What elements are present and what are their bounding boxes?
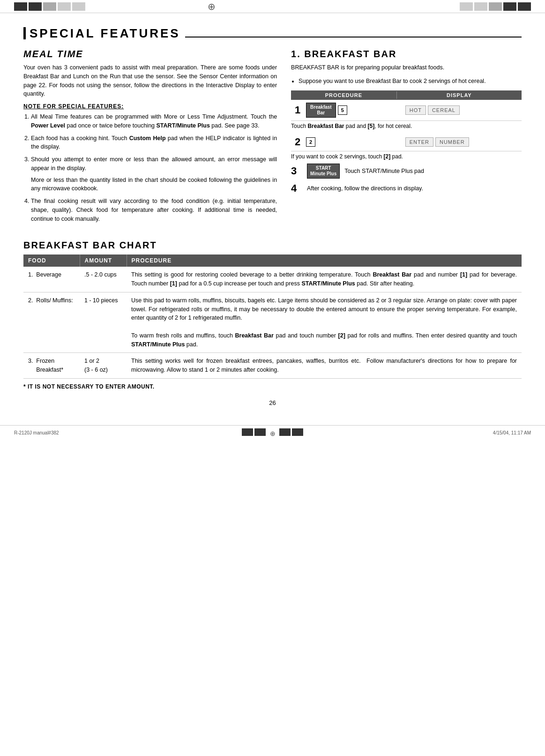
breakfast-bar-section: 1. BREAKFAST BAR BREAKFAST BAR is for pr… bbox=[291, 49, 522, 227]
bar-block bbox=[474, 2, 487, 11]
procedure-cell: This setting works well for frozen break… bbox=[127, 353, 522, 379]
step-4-row: 4 After cooking, follow the directions i… bbox=[291, 182, 522, 195]
list-item: Each food has a cooking hint. Touch Cust… bbox=[31, 134, 277, 152]
page-content: SPECIAL FEATURES MEAL TIME Your oven has… bbox=[0, 13, 545, 425]
bar-block bbox=[43, 2, 56, 11]
header-line bbox=[185, 37, 522, 37]
number-5-button[interactable]: 5 bbox=[338, 105, 347, 115]
number-2-button[interactable]: 2 bbox=[306, 137, 315, 147]
bar-block bbox=[503, 2, 516, 11]
top-bar: ⊕ bbox=[0, 0, 545, 13]
footer-right: 4/15/04, 11:17 AM bbox=[358, 430, 531, 435]
page-number: 26 bbox=[269, 399, 276, 406]
table-row: 1. Beverage .5 - 2.0 cups This setting i… bbox=[23, 267, 522, 292]
meal-time-intro: Your oven has 3 convenient pads to assis… bbox=[23, 63, 277, 98]
amount-cell: 1 - 10 pieces bbox=[80, 292, 127, 353]
meal-time-title: MEAL TIME bbox=[23, 49, 277, 60]
food-cell: 2. Rolls/ Muffins: bbox=[23, 292, 80, 353]
amount-column-header: AMOUNT bbox=[80, 254, 127, 267]
meal-time-section: MEAL TIME Your oven has 3 convenient pad… bbox=[23, 49, 277, 227]
chart-footnote: * IT IS NOT NECESSARY TO ENTER AMOUNT. bbox=[23, 383, 522, 390]
list-item: All Meal Time features can be programmed… bbox=[31, 112, 277, 130]
step-4-number: 4 bbox=[291, 182, 302, 195]
chart-header-row: FOOD AMOUNT PROCEDURE bbox=[23, 254, 522, 267]
bar-block bbox=[14, 2, 27, 11]
page-title: SPECIAL FEATURES bbox=[23, 27, 180, 39]
top-bar-right-blocks bbox=[460, 2, 531, 11]
bar-block bbox=[460, 2, 473, 11]
notes-list: All Meal Time features can be programmed… bbox=[23, 112, 277, 223]
procedure-cell: This setting is good for restoring coole… bbox=[127, 267, 522, 292]
step-2-number: 2 bbox=[291, 136, 304, 148]
procedure-cell: Use this pad to warm rolls, muffins, bis… bbox=[127, 292, 522, 353]
step-2-caption: If you want to cook 2 servings, touch [2… bbox=[291, 153, 522, 160]
procedure-header: PROCEDURE bbox=[291, 91, 397, 99]
bar-block bbox=[518, 2, 531, 11]
top-bar-left-blocks bbox=[14, 2, 85, 11]
bar-block bbox=[254, 428, 266, 436]
list-item-subtext: More or less than the quantity listed in… bbox=[31, 176, 277, 194]
start-minute-plus-button[interactable]: STARTMinute Plus bbox=[307, 164, 340, 179]
table-row: 2. Rolls/ Muffins: 1 - 10 pieces Use thi… bbox=[23, 292, 522, 353]
step-2-procedure: 2 bbox=[304, 137, 403, 147]
chart-table: FOOD AMOUNT PROCEDURE 1. Beverage .5 - 2… bbox=[23, 254, 522, 379]
bottom-bar: R-2120J manual#382 ⊕ 4/15/04, 11:17 AM bbox=[0, 425, 545, 440]
cereal-display: CEREAL bbox=[428, 105, 460, 115]
step-2-row: 2 2 ENTER NUMBER bbox=[291, 133, 522, 151]
step-4-text: After cooking, follow the directions in … bbox=[307, 185, 423, 192]
step-3-number: 3 bbox=[291, 165, 302, 177]
note-title: NOTE FOR SPECIAL FEATURES: bbox=[23, 103, 277, 110]
bar-block bbox=[58, 2, 71, 11]
amount-cell: .5 - 2.0 cups bbox=[80, 267, 127, 292]
step-2-display: ENTER NUMBER bbox=[403, 137, 522, 147]
bar-block bbox=[292, 428, 303, 436]
chart-title: BREAKFAST BAR CHART bbox=[23, 240, 522, 251]
breakfast-bar-chart-section: BREAKFAST BAR CHART FOOD AMOUNT PROCEDUR… bbox=[23, 240, 522, 390]
crosshair-icon: ⊕ bbox=[208, 1, 216, 12]
enter-display: ENTER bbox=[405, 137, 433, 147]
food-column-header: FOOD bbox=[23, 254, 80, 267]
bar-block bbox=[29, 2, 42, 11]
breakfast-bar-button[interactable]: BreakfastBar bbox=[306, 103, 336, 118]
hot-display: HOT bbox=[405, 105, 426, 115]
bar-block bbox=[489, 2, 502, 11]
bar-block bbox=[72, 2, 85, 11]
page-number-area: 26 bbox=[23, 399, 522, 411]
list-item: Suppose you want to use Breakfast Bar to… bbox=[299, 77, 522, 86]
step-3-row: 3 STARTMinute Plus Touch START/Minute Pl… bbox=[291, 164, 522, 179]
amount-cell: 1 or 2(3 - 6 oz) bbox=[80, 353, 127, 379]
step-1-procedure: BreakfastBar 5 bbox=[304, 103, 403, 118]
list-item: The final cooking result will vary accor… bbox=[31, 197, 277, 223]
step-1-number: 1 bbox=[291, 104, 304, 116]
food-cell: 1. Beverage bbox=[23, 267, 80, 292]
table-row: 3. Frozen Breakfast* 1 or 2(3 - 6 oz) Th… bbox=[23, 353, 522, 379]
proc-display-header: PROCEDURE DISPLAY bbox=[291, 90, 522, 100]
breakfast-bar-intro: BREAKFAST BAR is for preparing popular b… bbox=[291, 63, 522, 72]
bar-block bbox=[242, 428, 253, 436]
special-features-header: SPECIAL FEATURES bbox=[23, 27, 522, 39]
footer-center: ⊕ bbox=[187, 428, 359, 437]
food-cell: 3. Frozen Breakfast* bbox=[23, 353, 80, 379]
breakfast-bar-title: 1. BREAKFAST BAR bbox=[291, 49, 522, 60]
step-1-caption: Touch Breakfast Bar pad and [5], for hot… bbox=[291, 123, 522, 129]
number-display: NUMBER bbox=[435, 137, 469, 147]
list-item: Should you attempt to enter more or less… bbox=[31, 155, 277, 193]
breakfast-bar-bullets: Suppose you want to use Breakfast Bar to… bbox=[291, 77, 522, 86]
step-1-display: HOT CEREAL bbox=[403, 105, 522, 115]
procedure-column-header: PROCEDURE bbox=[127, 254, 522, 267]
bar-block bbox=[279, 428, 291, 436]
display-header: DISPLAY bbox=[397, 91, 522, 99]
two-column-layout: MEAL TIME Your oven has 3 convenient pad… bbox=[23, 49, 522, 227]
footer-left: R-2120J manual#382 bbox=[14, 430, 187, 435]
step-3-text: Touch START/Minute Plus pad bbox=[344, 168, 424, 174]
step-1-row: 1 BreakfastBar 5 HOT CEREAL bbox=[291, 100, 522, 121]
